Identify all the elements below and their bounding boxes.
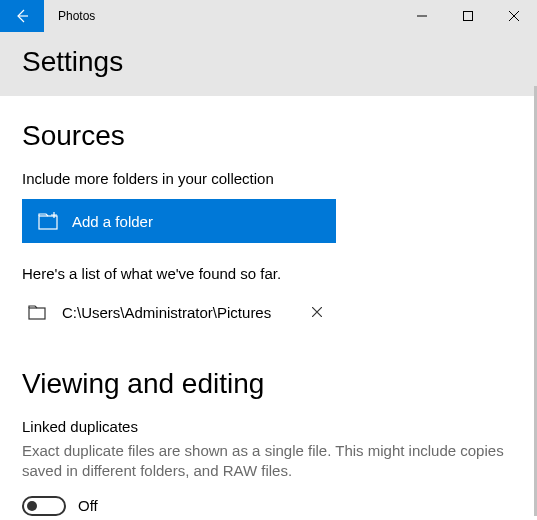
- folder-row: C:\Users\Administrator\Pictures: [22, 294, 515, 330]
- window-controls: [399, 0, 537, 32]
- svg-rect-2: [29, 308, 45, 319]
- back-button[interactable]: [0, 0, 44, 32]
- svg-rect-0: [464, 12, 473, 21]
- toggle-state-label: Off: [78, 497, 98, 514]
- page-header: Settings: [0, 32, 537, 96]
- titlebar: Photos: [0, 0, 537, 32]
- minimize-icon: [417, 11, 427, 21]
- remove-icon: [312, 307, 322, 317]
- viewing-editing-heading: Viewing and editing: [22, 368, 515, 400]
- folder-icon: [22, 302, 52, 322]
- page-title: Settings: [22, 46, 515, 78]
- add-folder-label: Add a folder: [72, 213, 153, 230]
- found-so-far-text: Here's a list of what we've found so far…: [22, 265, 515, 282]
- maximize-button[interactable]: [445, 0, 491, 32]
- linked-duplicates-toggle-row: Off: [22, 496, 515, 516]
- include-folders-text: Include more folders in your collection: [22, 170, 515, 187]
- close-button[interactable]: [491, 0, 537, 32]
- add-folder-icon: [36, 209, 66, 233]
- maximize-icon: [463, 11, 473, 21]
- linked-duplicates-heading: Linked duplicates: [22, 418, 515, 435]
- folder-path: C:\Users\Administrator\Pictures: [62, 304, 299, 321]
- arrow-left-icon: [14, 8, 30, 24]
- toggle-knob: [27, 501, 37, 511]
- add-folder-button[interactable]: Add a folder: [22, 199, 336, 243]
- app-title: Photos: [58, 9, 399, 23]
- minimize-button[interactable]: [399, 0, 445, 32]
- close-icon: [509, 11, 519, 21]
- sources-heading: Sources: [22, 120, 515, 152]
- remove-folder-button[interactable]: [299, 294, 335, 330]
- linked-duplicates-desc: Exact duplicate files are shown as a sin…: [22, 441, 515, 482]
- linked-duplicates-toggle[interactable]: [22, 496, 66, 516]
- content-area: Sources Include more folders in your col…: [0, 96, 537, 520]
